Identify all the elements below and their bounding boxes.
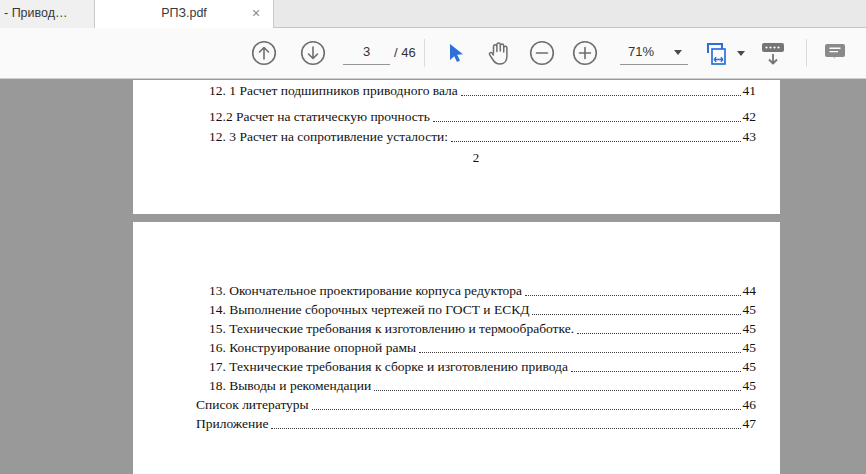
toolbar-divider bbox=[806, 39, 807, 67]
toc-entry: 12. 3 Расчет на сопротивление усталости:… bbox=[196, 126, 756, 146]
dot-leader bbox=[461, 95, 741, 96]
circle-plus-icon bbox=[572, 40, 598, 66]
pdf-page-2: 12. 1 Расчет подшипников приводного вала… bbox=[133, 80, 780, 214]
toolbar: 3 / 46 71% bbox=[0, 28, 866, 79]
dot-leader bbox=[433, 121, 741, 122]
toc-entry: 14. Выполнение сборочных чертежей по ГОС… bbox=[196, 300, 756, 319]
toc-entry: 12. 1 Расчет подшипников приводного вала… bbox=[196, 80, 756, 100]
select-tool-button[interactable] bbox=[444, 42, 464, 64]
toolbar-divider bbox=[424, 39, 425, 67]
dot-leader bbox=[532, 314, 740, 315]
tab-bar: - Привод… РПЗ.pdf × bbox=[0, 0, 866, 28]
comment-button[interactable] bbox=[820, 41, 850, 67]
page-count-label: / 46 bbox=[394, 41, 416, 65]
dock-toolbar-button[interactable] bbox=[758, 41, 788, 67]
toc-entry: 16. Конструирование опорной рамы 45 bbox=[196, 338, 756, 357]
circle-arrow-up-icon bbox=[251, 40, 277, 66]
toc-entry: 15. Технические требования к изготовлени… bbox=[196, 319, 756, 338]
dot-leader bbox=[525, 295, 740, 296]
zoom-level-select[interactable]: 71% bbox=[620, 41, 688, 65]
previous-page-button[interactable] bbox=[251, 40, 277, 66]
dot-leader bbox=[312, 409, 741, 410]
hand-icon bbox=[484, 40, 512, 67]
tab-privod[interactable]: - Привод… bbox=[0, 0, 95, 28]
close-tab-icon[interactable]: × bbox=[247, 0, 265, 27]
toc-list-page2: 13. Окончательное проектирование корпуса… bbox=[196, 281, 756, 433]
dot-leader bbox=[374, 390, 740, 391]
page-number-input[interactable]: 3 bbox=[343, 41, 390, 65]
toolbar-dock-down-icon bbox=[758, 41, 788, 67]
toc-entry: 12.2 Расчет на статическую прочность 42 bbox=[196, 106, 756, 126]
pdf-viewer-window: - Привод… РПЗ.pdf × 3 / 46 bbox=[0, 0, 866, 474]
circle-arrow-down-icon bbox=[300, 40, 326, 66]
document-canvas[interactable]: 12. 1 Расчет подшипников приводного вала… bbox=[0, 80, 866, 474]
dot-leader bbox=[271, 428, 740, 429]
dot-leader bbox=[451, 141, 740, 142]
pdf-page-3: 13. Окончательное проектирование корпуса… bbox=[133, 222, 780, 474]
tab-rpz-pdf[interactable]: РПЗ.pdf × bbox=[95, 0, 274, 29]
fit-options-chevron-icon[interactable] bbox=[737, 51, 745, 56]
pointer-arrow-icon bbox=[444, 42, 464, 64]
dot-leader bbox=[419, 352, 740, 353]
page-number-footer: 2 bbox=[196, 150, 756, 166]
hand-tool-button[interactable] bbox=[484, 40, 512, 67]
dot-leader bbox=[571, 371, 741, 372]
toc-list-page1: 12. 1 Расчет подшипников приводного вала… bbox=[196, 80, 756, 146]
next-page-button[interactable] bbox=[300, 40, 326, 66]
toc-entry: 18. Выводы и рекомендации 45 bbox=[196, 376, 756, 395]
dot-leader bbox=[577, 333, 740, 334]
chevron-down-icon bbox=[674, 50, 682, 55]
toc-entry: Список литературы 46 bbox=[196, 395, 756, 414]
fit-width-button[interactable] bbox=[702, 39, 732, 69]
fit-page-width-icon bbox=[702, 39, 732, 69]
toc-entry: 13. Окончательное проектирование корпуса… bbox=[196, 281, 756, 300]
zoom-level-value: 71% bbox=[628, 41, 654, 63]
circle-minus-icon bbox=[529, 40, 555, 66]
speech-bubble-icon bbox=[820, 41, 850, 67]
toc-entry: Приложение 47 bbox=[196, 414, 756, 433]
tab-privod-label: - Привод… bbox=[4, 6, 68, 20]
zoom-out-button[interactable] bbox=[529, 40, 555, 66]
toc-entry: 17. Технические требования к сборке и из… bbox=[196, 357, 756, 376]
zoom-in-button[interactable] bbox=[572, 40, 598, 66]
